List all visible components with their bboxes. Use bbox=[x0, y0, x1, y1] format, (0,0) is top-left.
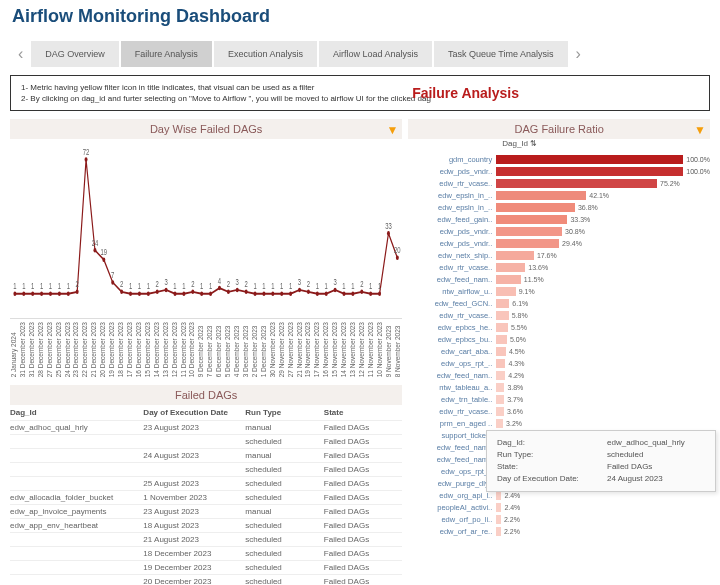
svg-point-11 bbox=[58, 292, 61, 296]
svg-text:2: 2 bbox=[156, 279, 159, 290]
svg-point-1 bbox=[13, 292, 16, 296]
ratio-bars[interactable]: Dag_Id:edw_adhoc_qual_hrlyRun Type:sched… bbox=[408, 150, 710, 542]
svg-point-67 bbox=[307, 290, 310, 294]
table-row[interactable]: 25 August 2023scheduledFailed DAGs bbox=[10, 476, 402, 490]
svg-point-3 bbox=[22, 292, 25, 296]
svg-point-17 bbox=[85, 158, 88, 162]
ratio-bar[interactable]: prm_en_aged ..3.2% bbox=[408, 418, 710, 429]
ratio-bar[interactable]: ntw_airflow_u..9.1% bbox=[408, 286, 710, 297]
svg-text:1: 1 bbox=[182, 281, 185, 292]
svg-text:1: 1 bbox=[31, 281, 34, 292]
svg-text:7: 7 bbox=[111, 270, 114, 281]
svg-point-21 bbox=[102, 258, 105, 262]
filter-icon[interactable]: ▼ bbox=[386, 123, 398, 137]
svg-text:3: 3 bbox=[164, 278, 167, 289]
ratio-bar[interactable]: edw_feed_GCN..6.1% bbox=[408, 298, 710, 309]
failed-dags-table[interactable]: Dag_IdDay of Execution DateRun TypeState… bbox=[10, 405, 402, 585]
ratio-bar[interactable]: edw_epbcs_he..5.5% bbox=[408, 322, 710, 333]
svg-point-65 bbox=[298, 288, 301, 292]
svg-text:1: 1 bbox=[40, 281, 43, 292]
ratio-bar[interactable]: edw_rtr_vcase..13.6% bbox=[408, 262, 710, 273]
ratio-bar[interactable]: ntw_tableau_a..3.8% bbox=[408, 382, 710, 393]
svg-text:33: 33 bbox=[385, 221, 392, 232]
svg-point-39 bbox=[182, 292, 185, 296]
ratio-bar[interactable]: edw_epbcs_bu..5.0% bbox=[408, 334, 710, 345]
svg-point-81 bbox=[369, 292, 372, 296]
ratio-bar[interactable]: edw_orf_po_li..2.2% bbox=[408, 514, 710, 525]
col-header[interactable]: Day of Execution Date bbox=[143, 408, 245, 417]
ratio-bar[interactable]: edw_netx_ship..17.6% bbox=[408, 250, 710, 261]
ratio-bar[interactable]: edw_feed_gain..33.3% bbox=[408, 214, 710, 225]
tabs-next-icon[interactable]: › bbox=[570, 45, 587, 63]
svg-point-51 bbox=[236, 288, 239, 292]
svg-point-41 bbox=[191, 290, 194, 294]
svg-text:1: 1 bbox=[49, 281, 52, 292]
svg-text:20: 20 bbox=[394, 245, 401, 256]
svg-text:1: 1 bbox=[253, 281, 256, 292]
svg-text:1: 1 bbox=[147, 281, 150, 292]
ratio-bar[interactable]: edw_feed_nam..11.5% bbox=[408, 274, 710, 285]
table-row[interactable]: 24 August 2023manualFailed DAGs bbox=[10, 448, 402, 462]
tab-airflow-load-analysis[interactable]: Airflow Load Analysis bbox=[319, 41, 432, 67]
ratio-bar[interactable]: edw_pds_vndr..100.0% bbox=[408, 166, 710, 177]
hover-tooltip: Dag_Id:edw_adhoc_qual_hrlyRun Type:sched… bbox=[486, 430, 716, 492]
ratio-bar[interactable]: edw_trn_table..3.7% bbox=[408, 394, 710, 405]
svg-point-85 bbox=[387, 231, 390, 235]
ratio-bar[interactable]: edw_feed_nam..4.2% bbox=[408, 370, 710, 381]
ratio-bar[interactable]: edw_orf_ar_re..2.2% bbox=[408, 526, 710, 537]
info-banner: 1- Metric having yellow filter icon in t… bbox=[10, 75, 710, 111]
svg-text:2: 2 bbox=[76, 279, 79, 290]
info-line-2: 2- By clicking on dag_id and furter sele… bbox=[21, 93, 699, 104]
ratio-bar[interactable]: edw_epsln_in_..36.8% bbox=[408, 202, 710, 213]
table-row[interactable]: edw_ap_invoice_payments23 August 2023man… bbox=[10, 504, 402, 518]
ratio-bar[interactable]: edw_rtr_vcase..75.2% bbox=[408, 178, 710, 189]
ratio-header: Dag_Id ⇅ bbox=[408, 139, 710, 148]
tab-dag-overview[interactable]: DAG Overview bbox=[31, 41, 119, 67]
svg-point-5 bbox=[31, 292, 34, 296]
svg-point-63 bbox=[289, 292, 292, 296]
svg-text:1: 1 bbox=[262, 281, 265, 292]
ratio-bar[interactable]: gdm_country100.0% bbox=[408, 154, 710, 165]
svg-point-25 bbox=[120, 290, 123, 294]
svg-point-69 bbox=[316, 292, 319, 296]
table-row[interactable]: scheduledFailed DAGs bbox=[10, 434, 402, 448]
ratio-bar[interactable]: edw_ops_rpt_..4.3% bbox=[408, 358, 710, 369]
ratio-bar[interactable]: edw_epsln_in_..42.1% bbox=[408, 190, 710, 201]
svg-text:19: 19 bbox=[101, 247, 108, 258]
table-row[interactable]: 18 December 2023scheduledFailed DAGs bbox=[10, 546, 402, 560]
col-header[interactable]: Run Type bbox=[245, 408, 323, 417]
table-row[interactable]: edw_app_env_heartbeat18 August 2023sched… bbox=[10, 518, 402, 532]
ratio-bar[interactable]: edw_pds_vndr..29.4% bbox=[408, 238, 710, 249]
svg-point-43 bbox=[200, 292, 203, 296]
daywise-chart[interactable]: 1111111272241972111231121142321111132113… bbox=[10, 139, 402, 319]
svg-text:2: 2 bbox=[120, 279, 123, 290]
failed-dags-title: Failed DAGs bbox=[10, 385, 402, 405]
ratio-bar[interactable]: edw_cart_aba..4.5% bbox=[408, 346, 710, 357]
svg-text:1: 1 bbox=[271, 281, 274, 292]
ratio-bar[interactable]: peopleAI_activi..2.4% bbox=[408, 502, 710, 513]
svg-point-31 bbox=[147, 292, 150, 296]
svg-point-23 bbox=[111, 281, 114, 285]
ratio-bar[interactable]: edw_pds_vndr..30.8% bbox=[408, 226, 710, 237]
table-row[interactable]: scheduledFailed DAGs bbox=[10, 462, 402, 476]
col-header[interactable]: Dag_Id bbox=[10, 408, 143, 417]
svg-point-87 bbox=[396, 256, 399, 260]
filter-icon[interactable]: ▼ bbox=[694, 123, 706, 137]
tabs-prev-icon[interactable]: ‹ bbox=[12, 45, 29, 63]
svg-point-71 bbox=[325, 292, 328, 296]
svg-point-29 bbox=[138, 292, 141, 296]
tab-failure-analysis[interactable]: Failure Analysis bbox=[121, 41, 212, 67]
table-row[interactable]: edw_adhoc_qual_hrly23 August 2023manualF… bbox=[10, 420, 402, 434]
table-row[interactable]: 21 August 2023scheduledFailed DAGs bbox=[10, 532, 402, 546]
col-header[interactable]: State bbox=[324, 408, 402, 417]
ratio-panel-title: DAG Failure Ratio▼ bbox=[408, 119, 710, 139]
table-row[interactable]: 20 December 2023scheduledFailed DAGs bbox=[10, 574, 402, 585]
tab-execution-analysis[interactable]: Execution Analysis bbox=[214, 41, 317, 67]
table-row[interactable]: 19 December 2023scheduledFailed DAGs bbox=[10, 560, 402, 574]
svg-text:1: 1 bbox=[342, 281, 345, 292]
daywise-x-labels: 2 January 202431 December 202331 Decembe… bbox=[10, 319, 402, 378]
ratio-bar[interactable]: edw_rtr_vcase..5.8% bbox=[408, 310, 710, 321]
tab-task-queue-time-analysis[interactable]: Task Queue Time Analysis bbox=[434, 41, 568, 67]
ratio-bar[interactable]: edw_rtr_vcase..3.6% bbox=[408, 406, 710, 417]
table-row[interactable]: edw_allocadia_folder_bucket1 November 20… bbox=[10, 490, 402, 504]
